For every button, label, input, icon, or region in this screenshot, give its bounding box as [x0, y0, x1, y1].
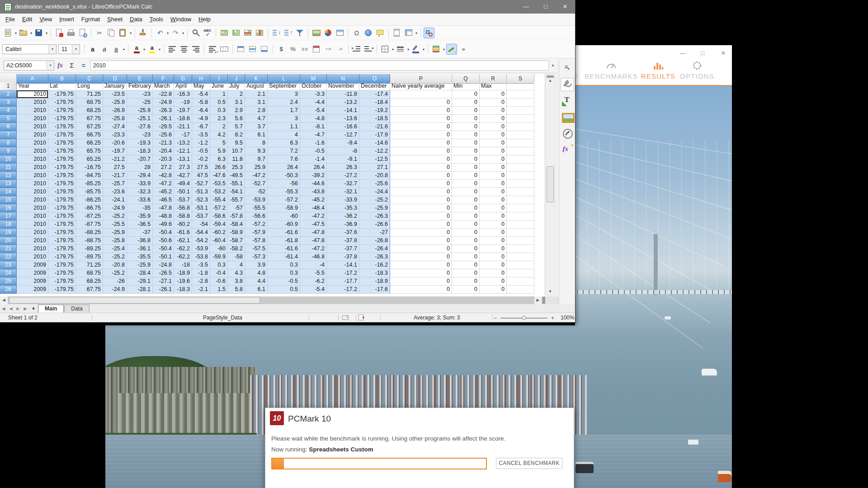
cell-L8[interactable]: 6.3 [268, 139, 300, 147]
cell-R12[interactable]: 0 [480, 172, 507, 180]
cell-K10[interactable]: 9.7 [245, 155, 268, 164]
cell-B15[interactable]: -179.75 [48, 196, 76, 204]
cell-F11[interactable]: 27.2 [153, 164, 174, 172]
cell-S8[interactable] [507, 139, 534, 147]
cell-G1[interactable]: April [174, 82, 192, 90]
cell-F22[interactable]: -50.1 [153, 253, 174, 261]
cell-A15[interactable]: 2010 [17, 196, 48, 204]
cell-H21[interactable]: -53.9 [192, 245, 210, 253]
cell-J15[interactable]: -55.7 [228, 196, 245, 204]
cell-O4[interactable]: -19.2 [359, 107, 390, 115]
cell-P26[interactable]: 0 [390, 286, 452, 294]
cell-R17[interactable]: 0 [480, 212, 507, 221]
cell-S17[interactable] [507, 212, 534, 221]
cell-N15[interactable]: -33.9 [327, 196, 359, 204]
cell-B6[interactable]: -179.75 [48, 123, 76, 131]
cell-N5[interactable]: -13.6 [327, 115, 359, 123]
insert-hyperlink-icon[interactable] [363, 28, 374, 38]
cell-B9[interactable]: -179.75 [48, 147, 76, 155]
cell-C12[interactable]: -84.75 [76, 172, 103, 180]
cell-O12[interactable]: -20.8 [359, 172, 390, 180]
cell-G10[interactable]: -13.1 [174, 155, 192, 164]
zoom-out-icon[interactable]: − [494, 315, 497, 321]
cell-H18[interactable]: -54 [192, 221, 210, 229]
cell-Q15[interactable]: 0 [452, 196, 480, 204]
format-number-icon[interactable]: 0.0 [299, 44, 310, 55]
cell-H1[interactable]: May [192, 82, 210, 90]
print-preview-icon[interactable] [77, 28, 88, 38]
cell-C16[interactable]: -86.75 [76, 204, 103, 212]
format-paintbrush-icon[interactable] [446, 44, 457, 55]
add-decimal-icon[interactable]: +.0 [323, 44, 334, 55]
properties-icon[interactable] [561, 78, 574, 91]
cell-C18[interactable]: -87.75 [76, 221, 103, 229]
cell-I13[interactable]: -53.5 [210, 180, 228, 188]
cell-P10[interactable]: 0 [390, 155, 452, 164]
cell-M13[interactable]: -44.6 [300, 180, 327, 188]
row-header-2[interactable]: 2 [0, 90, 17, 99]
zoom-level-label[interactable]: 100% [561, 314, 575, 321]
cell-F20[interactable]: -50.6 [153, 237, 174, 245]
cell-P5[interactable]: 0 [390, 115, 452, 123]
cell-S10[interactable] [507, 155, 534, 164]
cell-K1[interactable]: August [245, 82, 268, 90]
cell-E7[interactable]: -23 [127, 131, 153, 139]
cell-H17[interactable]: -53.7 [192, 212, 210, 221]
border-color-icon[interactable]: ▾ [410, 44, 421, 55]
cell-S19[interactable] [507, 229, 534, 237]
cell-H10[interactable]: -0.2 [192, 155, 210, 164]
styles-icon[interactable] [561, 94, 574, 108]
row-header-4[interactable]: 4 [0, 107, 17, 115]
menu-format[interactable]: Format [78, 14, 104, 25]
cell-L10[interactable]: 7.6 [268, 155, 300, 164]
cell-L26[interactable]: 0.5 [268, 286, 300, 294]
format-currency-icon[interactable]: $ [276, 44, 287, 55]
calc-title-bar[interactable]: destination_workbook_s.xlsx - LibreOffic… [0, 0, 575, 14]
sum-icon[interactable]: Σ [66, 60, 78, 71]
cell-R19[interactable]: 0 [480, 229, 507, 237]
cell-K7[interactable]: 6.1 [245, 131, 268, 139]
underline-icon[interactable]: a▾ [111, 44, 122, 55]
menu-insert[interactable]: Insert [56, 14, 78, 25]
cell-D17[interactable]: -25.2 [103, 212, 127, 221]
cell-Q3[interactable]: 0 [452, 99, 480, 107]
cell-I20[interactable]: -60.4 [210, 237, 228, 245]
cell-I9[interactable]: 5.9 [210, 147, 228, 155]
cell-J8[interactable]: 9.5 [228, 139, 245, 147]
cell-S14[interactable] [507, 188, 534, 196]
cell-G26[interactable]: -18.3 [174, 286, 192, 294]
cell-P4[interactable]: 0 [390, 107, 452, 115]
freeze-rows-columns-icon[interactable]: ▾ [403, 28, 414, 38]
cell-E20[interactable]: -36.8 [127, 237, 153, 245]
cell-S24[interactable] [507, 269, 534, 277]
cell-K11[interactable]: 25.9 [245, 164, 268, 172]
cell-C22[interactable]: -89.75 [76, 253, 103, 261]
cell-J20[interactable]: -58.7 [228, 237, 245, 245]
border-style-icon[interactable]: ▾ [395, 44, 406, 55]
cell-A2[interactable]: 2010 [17, 90, 48, 99]
cell-N7[interactable]: -12.7 [327, 131, 359, 139]
cell-M5[interactable]: -4.8 [300, 115, 327, 123]
cell-A21[interactable]: 2010 [17, 245, 48, 253]
cell-G12[interactable]: -42.7 [174, 172, 192, 180]
format-percent-icon[interactable]: % [288, 44, 298, 55]
cell-B26[interactable]: -179.75 [48, 286, 76, 294]
cell-F3[interactable]: -24.9 [153, 99, 174, 107]
cell-L9[interactable]: 7.2 [268, 147, 300, 155]
cell-H22[interactable]: -53.8 [192, 253, 210, 261]
cell-I11[interactable]: 26.6 [210, 164, 228, 172]
cell-N25[interactable]: -17.7 [327, 277, 359, 286]
cell-A19[interactable]: 2010 [17, 229, 48, 237]
headers-footers-icon[interactable] [392, 28, 402, 38]
cell-D22[interactable]: -25.2 [103, 253, 127, 261]
cell-I23[interactable]: 0.3 [210, 261, 228, 269]
cell-H12[interactable]: 47.5 [192, 172, 210, 180]
cell-B23[interactable]: -179.75 [48, 261, 76, 269]
cell-C14[interactable]: -85.75 [76, 188, 103, 196]
cell-I25[interactable]: -0.6 [210, 277, 228, 286]
cell-A13[interactable]: 2010 [17, 180, 48, 188]
cell-D16[interactable]: -24.9 [103, 204, 127, 212]
cell-A6[interactable]: 2010 [17, 123, 48, 131]
cell-C3[interactable]: 68.75 [76, 99, 103, 107]
highlighting-color-icon[interactable]: a▾ [146, 44, 157, 55]
